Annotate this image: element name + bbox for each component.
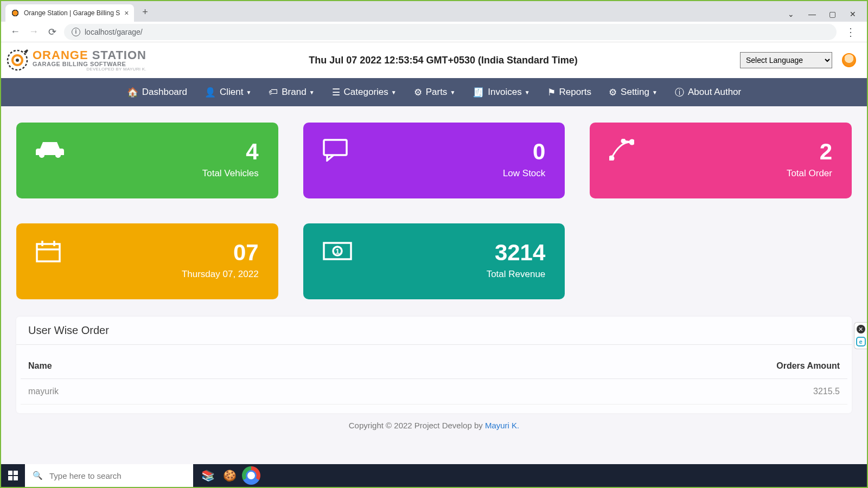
svg-rect-20 [14, 476, 18, 480]
svg-rect-19 [8, 476, 12, 480]
nav-client[interactable]: 👤 Client ▼ [205, 87, 251, 98]
user-avatar[interactable] [842, 53, 856, 67]
svg-rect-10 [37, 244, 60, 261]
nav-about[interactable]: ⓘ About Author [675, 86, 741, 99]
taskbar-app-2[interactable]: 🍪 [220, 466, 239, 485]
search-icon: 🔍 [33, 471, 43, 480]
logo-text-station: STATION [88, 48, 146, 62]
svg-rect-18 [14, 471, 18, 475]
nav-setting[interactable]: ⚙ Setting ▼ [609, 87, 658, 98]
nav-parts[interactable]: ⚙ Parts ▼ [414, 87, 456, 98]
footer-author-link[interactable]: Mayuri K. [485, 421, 519, 430]
page-header: ORANGE STATION GARAGE BILLING SOFTWARE D… [1, 42, 867, 78]
card-label: Low Stock [503, 168, 545, 179]
logo-text-orange: ORANGE [33, 48, 88, 62]
card-date[interactable]: 07 Thursday 07, 2022 [16, 223, 278, 299]
site-info-icon[interactable]: i [72, 28, 80, 36]
language-select[interactable]: Select Language [740, 52, 832, 68]
nav-parts-label: Parts [426, 87, 448, 98]
page-footer: Copyright © 2022 Project Develop by Mayu… [16, 413, 852, 438]
chevron-down-icon: ▼ [450, 89, 455, 95]
nav-dashboard[interactable]: 🏠 Dashboard [127, 87, 187, 98]
table-header-row: Name Orders Amount [21, 354, 847, 379]
svg-point-6 [609, 156, 614, 160]
page-content: 4 Total Vehicles 0 Low Stock 2 Total Ord… [1, 106, 867, 464]
browser-address-bar: ← → ⟳ i localhost/garage/ ⋮ [1, 22, 867, 42]
nav-brand[interactable]: 🏷 Brand ▼ [269, 87, 314, 98]
tab-title: Orange Station | Garage Billing S [24, 9, 120, 17]
nav-categories[interactable]: ☰ Categories ▼ [332, 87, 397, 98]
start-button[interactable] [1, 464, 25, 487]
invoice-icon: 🧾 [473, 87, 484, 98]
reload-button[interactable]: ⟳ [46, 26, 59, 38]
table-row: mayurik 3215.5 [21, 379, 847, 404]
browser-menu-icon[interactable]: ⋮ [842, 25, 859, 38]
svg-point-4 [55, 152, 61, 158]
col-amount: Orders Amount [753, 361, 840, 371]
taskbar-search[interactable]: 🔍 Type here to search [25, 464, 193, 487]
browser-tab[interactable]: Orange Station | Garage Billing S × [5, 4, 134, 22]
new-tab-button[interactable]: + [137, 4, 152, 20]
col-name: Name [28, 361, 753, 371]
close-window-icon[interactable]: ✕ [850, 10, 857, 17]
browser-tab-bar: Orange Station | Garage Billing S × + ⌄ … [1, 1, 867, 22]
money-icon: 1 [323, 240, 352, 266]
flag-icon: ⚑ [547, 87, 556, 98]
taskbar-chrome[interactable] [242, 466, 260, 485]
url-text: localhost/garage/ [85, 28, 143, 36]
taskbar-app-1[interactable]: 📚 [199, 466, 217, 485]
chevron-down-icon: ▼ [246, 89, 251, 95]
tab-close-icon[interactable]: × [124, 9, 129, 17]
logo-byline: DEVELOPED BY MAYURI K. [33, 67, 146, 72]
logo-subtitle: GARAGE BILLING SOFTWARE [33, 61, 146, 67]
card-label: Total Revenue [487, 269, 546, 280]
nav-brand-label: Brand [282, 87, 306, 98]
search-placeholder: Type here to search [49, 471, 122, 480]
card-value: 3214 [487, 240, 546, 266]
card-label: Total Vehicles [202, 168, 259, 179]
cell-amount: 3215.5 [753, 387, 840, 396]
svg-rect-5 [324, 140, 347, 155]
card-value: 2 [787, 139, 832, 165]
card-value: 4 [202, 139, 259, 165]
forward-button[interactable]: → [27, 26, 40, 37]
svg-point-3 [39, 152, 44, 158]
bezier-icon [609, 139, 634, 166]
maximize-icon[interactable]: ▢ [829, 10, 837, 17]
dropdown-icon[interactable]: ⌄ [788, 10, 795, 17]
calendar-icon [36, 240, 61, 268]
card-total-revenue[interactable]: 1 3214 Total Revenue [303, 223, 565, 299]
tag-icon: 🏷 [269, 87, 278, 98]
svg-text:1: 1 [335, 247, 339, 255]
minimize-icon[interactable]: — [808, 10, 816, 17]
nav-about-label: About Author [688, 87, 741, 98]
card-low-stock[interactable]: 0 Low Stock [303, 123, 565, 198]
nav-invoices[interactable]: 🧾 Invoices ▼ [473, 87, 529, 98]
cell-name: mayurik [28, 387, 753, 396]
card-label: Total Order [787, 168, 832, 179]
side-widget[interactable]: ✕ e [854, 322, 867, 349]
svg-line-9 [623, 141, 632, 142]
chevron-down-icon: ▼ [309, 89, 315, 95]
card-value: 07 [182, 240, 259, 266]
back-button[interactable]: ← [9, 26, 22, 37]
widget-e-icon[interactable]: e [856, 337, 866, 346]
card-total-order[interactable]: 2 Total Order [590, 123, 852, 198]
car-icon [36, 139, 64, 166]
window-controls: ⌄ — ▢ ✕ [788, 10, 867, 22]
chat-icon [323, 139, 348, 167]
nav-setting-label: Setting [621, 87, 649, 98]
logo[interactable]: ORANGE STATION GARAGE BILLING SOFTWARE D… [4, 47, 146, 73]
widget-close-icon[interactable]: ✕ [857, 325, 865, 333]
logo-icon [4, 47, 30, 73]
nav-reports[interactable]: ⚑ Reports [547, 87, 592, 98]
nav-client-label: Client [220, 87, 243, 98]
user-icon: 👤 [205, 87, 216, 98]
card-label: Thursday 07, 2022 [182, 269, 259, 280]
user-wise-order-panel: User Wise Order Name Orders Amount mayur… [16, 317, 852, 413]
card-total-vehicles[interactable]: 4 Total Vehicles [16, 123, 278, 198]
dashboard-icon: 🏠 [127, 87, 138, 98]
url-bar[interactable]: i localhost/garage/ [64, 24, 837, 40]
gear-icon: ⚙ [414, 87, 422, 98]
favicon-icon [11, 9, 20, 17]
